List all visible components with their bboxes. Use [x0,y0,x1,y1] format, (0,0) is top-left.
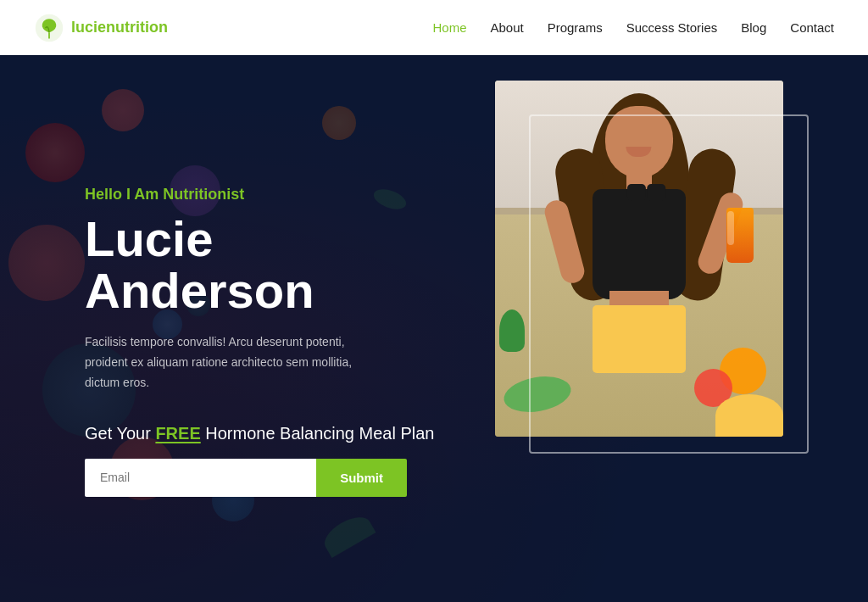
cta-after: Hormone Balancing Meal Plan [201,424,435,443]
nav-success-stories[interactable]: Success Stories [626,20,718,35]
hero-content-left: Hello I Am Nutritionist Lucie Anderson F… [0,160,441,496]
logo[interactable]: lucienutrition [34,13,168,43]
hero-cta-text: Get Your FREE Hormone Balancing Meal Pla… [85,424,441,443]
hero-tagline: Hello I Am Nutritionist [85,186,441,203]
hero-image-area [495,81,817,471]
submit-button[interactable]: Submit [316,459,407,497]
nav-about[interactable]: About [490,20,523,35]
cta-before: Get Your [85,424,155,443]
hero-description: Facilisis tempore convallis! Arcu deseru… [85,332,373,393]
main-nav: Home About Programs Success Stories Blog… [432,20,834,35]
nav-blog[interactable]: Blog [741,20,766,35]
nav-home[interactable]: Home [432,20,466,35]
email-input[interactable] [85,459,316,497]
nav-programs[interactable]: Programs [548,20,603,35]
photo-outline-decoration [529,114,809,454]
cta-free: FREE [155,424,200,443]
logo-text: lucienutrition [71,20,168,36]
logo-icon [34,13,64,43]
hero-name: Lucie Anderson [85,214,441,317]
nav-contact[interactable]: Contact [790,20,834,35]
hero-section: Hello I Am Nutritionist Lucie Anderson F… [0,55,868,602]
site-header: lucienutrition Home About Programs Succe… [0,0,868,55]
email-form: Submit [85,459,407,497]
